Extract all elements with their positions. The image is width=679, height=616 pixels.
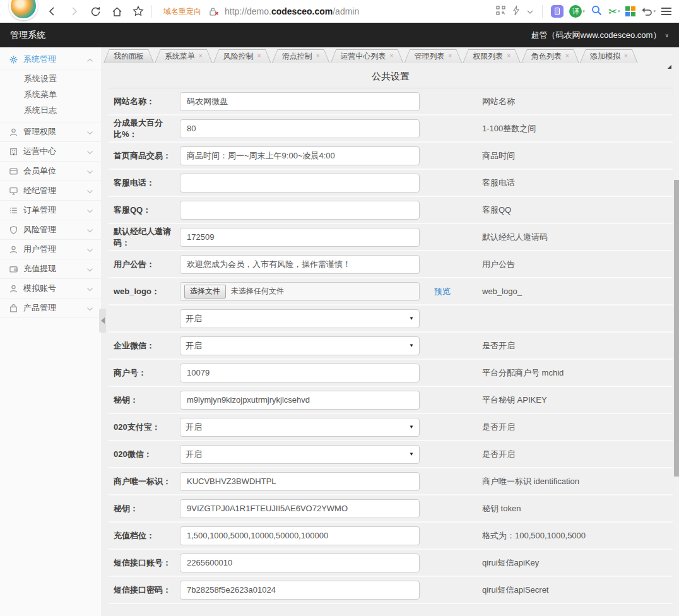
search-icon[interactable]: [591, 4, 603, 19]
page-scrollbar[interactable]: [674, 63, 679, 616]
qr-code-icon[interactable]: [495, 5, 506, 18]
tab-close-icon[interactable]: ×: [448, 53, 452, 59]
tab-4[interactable]: 运营中心列表×: [331, 49, 404, 63]
field-input[interactable]: [180, 201, 420, 220]
field-input[interactable]: [180, 391, 420, 410]
sidebar-item-1[interactable]: 管理权限: [0, 122, 101, 142]
tab-close-icon[interactable]: ×: [199, 53, 203, 59]
undo-icon[interactable]: ▾: [641, 6, 656, 16]
sidebar-subitem-0[interactable]: 系统设置: [0, 71, 101, 86]
select-caret-icon: ▼: [409, 316, 414, 321]
tab-close-icon[interactable]: ×: [316, 53, 320, 59]
sidebar-item-6[interactable]: 风险管理: [0, 220, 101, 240]
translate-icon[interactable]: 译▾: [569, 5, 585, 18]
tab-label: 管理列表: [414, 51, 444, 62]
sidebar-item-label: 管理权限: [23, 126, 86, 138]
field-label: 020微信：: [109, 449, 175, 460]
page-title: 公共设置: [372, 71, 410, 81]
menu-icon[interactable]: [661, 8, 671, 15]
sidebar-subitem-1[interactable]: 系统菜单: [0, 86, 101, 102]
field-input[interactable]: [180, 364, 420, 382]
chevron-down-icon: [86, 245, 93, 254]
file-input[interactable]: 选择文件未选择任何文件: [180, 282, 420, 301]
tab-5[interactable]: 管理列表×: [404, 49, 462, 63]
address-bar[interactable]: 域名重定向 http://demo.codesceo.com/admin: [163, 6, 495, 17]
field-input[interactable]: [180, 472, 420, 491]
field-input[interactable]: [180, 255, 420, 274]
tab-8[interactable]: 添加模拟×: [580, 49, 638, 63]
form-row-9: 企业微信：开启▼是否开启: [109, 333, 673, 360]
sidebar-item-5[interactable]: 订单管理: [0, 201, 101, 220]
favorite-star-icon[interactable]: [127, 2, 149, 21]
form-row-13: 020微信：开启▼是否开启: [109, 441, 673, 468]
scrollbar-thumb[interactable]: [674, 180, 679, 477]
tab-close-icon[interactable]: ×: [624, 53, 628, 59]
tab-close-icon[interactable]: ×: [257, 53, 261, 59]
field-input[interactable]: [180, 554, 420, 572]
sidebar-item-0[interactable]: 系统管理: [0, 50, 101, 69]
tab-7[interactable]: 角色列表×: [521, 49, 579, 63]
tab-0[interactable]: 我的面板: [103, 49, 154, 63]
insecure-lock-icon[interactable]: [209, 7, 220, 16]
field-input[interactable]: [180, 146, 420, 165]
field-select[interactable]: 开启▼: [180, 309, 420, 328]
field-input[interactable]: [180, 526, 420, 545]
tab-label: 风险控制: [223, 51, 254, 62]
chevron-down-icon[interactable]: [526, 6, 534, 17]
sidebar-item-7[interactable]: 用户管理: [0, 240, 101, 259]
back-icon[interactable]: [42, 2, 63, 21]
sidebar-item-2[interactable]: 运营中心: [0, 142, 101, 162]
field-input[interactable]: [180, 119, 420, 138]
sidebar-collapse-handle[interactable]: [99, 309, 106, 333]
user-menu[interactable]: 超管（码农网www.codesceo.com） ∨: [531, 30, 669, 41]
tab-close-icon[interactable]: ×: [565, 53, 569, 59]
sidebar-subitem-2[interactable]: 系统日志: [0, 102, 101, 118]
select-value: 开启: [186, 449, 202, 460]
choose-file-button[interactable]: 选择文件: [184, 285, 226, 299]
field-hint: 秘钥 token: [482, 503, 521, 514]
phone-extension-icon[interactable]: [551, 5, 564, 18]
home-icon[interactable]: [106, 2, 127, 21]
sidebar-item-9[interactable]: 模拟账号: [0, 279, 101, 299]
form-row-2: 首页商品交易：商品时间: [109, 143, 673, 170]
tab-close-icon[interactable]: ×: [390, 53, 394, 59]
tab-1[interactable]: 系统菜单×: [155, 49, 213, 63]
chevron-down-icon: [86, 147, 93, 157]
settings-panel: 公共设置 网站名称：网站名称分成最大百分比%：1-100整数之间首页商品交易：商…: [109, 63, 673, 604]
field-input[interactable]: [180, 581, 420, 600]
sidebar-item-4[interactable]: 经纪管理: [0, 181, 101, 201]
field-hint: 是否开启: [482, 449, 515, 460]
field-input[interactable]: [180, 499, 420, 518]
redirect-badge[interactable]: 域名重定向: [163, 6, 201, 17]
field-input[interactable]: [180, 228, 420, 247]
field-select[interactable]: 开启▼: [180, 445, 420, 464]
tab-6[interactable]: 权限列表×: [463, 49, 521, 63]
field-input[interactable]: [180, 92, 420, 111]
orders-icon: [9, 206, 18, 215]
refresh-icon[interactable]: [85, 2, 106, 21]
sidebar-item-label: 订单管理: [23, 204, 86, 216]
form-row-10: 商户号：平台分配商户号 mchid: [109, 360, 673, 387]
forward-icon[interactable]: [63, 2, 85, 21]
form-row-6: 用户公告：用户公告: [109, 251, 673, 278]
field-label: 客服电话：: [109, 177, 175, 189]
flash-icon[interactable]: [512, 5, 521, 18]
tab-close-icon[interactable]: ×: [507, 53, 511, 59]
field-label: 秘钥：: [109, 394, 175, 406]
sidebar-item-label: 模拟账号: [23, 283, 86, 294]
monitor-icon: [9, 186, 18, 196]
apps-grid-icon[interactable]: [625, 6, 635, 16]
sidebar-item-3[interactable]: 会员单位: [0, 162, 101, 181]
field-select[interactable]: 开启▼: [180, 336, 420, 355]
field-input[interactable]: [180, 174, 420, 192]
scissors-icon[interactable]: ✂▾: [608, 6, 620, 17]
field-select[interactable]: 开启▼: [180, 418, 420, 437]
tab-3[interactable]: 滑点控制×: [272, 49, 330, 63]
sidebar: 系统管理系统设置系统菜单系统日志管理权限运营中心会员单位经纪管理订单管理风险管理…: [0, 47, 101, 616]
sidebar-item-10[interactable]: 产品管理: [0, 299, 101, 318]
tab-2[interactable]: 风险控制×: [213, 49, 271, 63]
sidebar-item-8[interactable]: 充值提现: [0, 259, 101, 279]
preview-link[interactable]: 预览: [434, 286, 451, 297]
sidebar-item-label: 产品管理: [23, 302, 86, 314]
select-caret-icon: ▼: [409, 343, 414, 348]
